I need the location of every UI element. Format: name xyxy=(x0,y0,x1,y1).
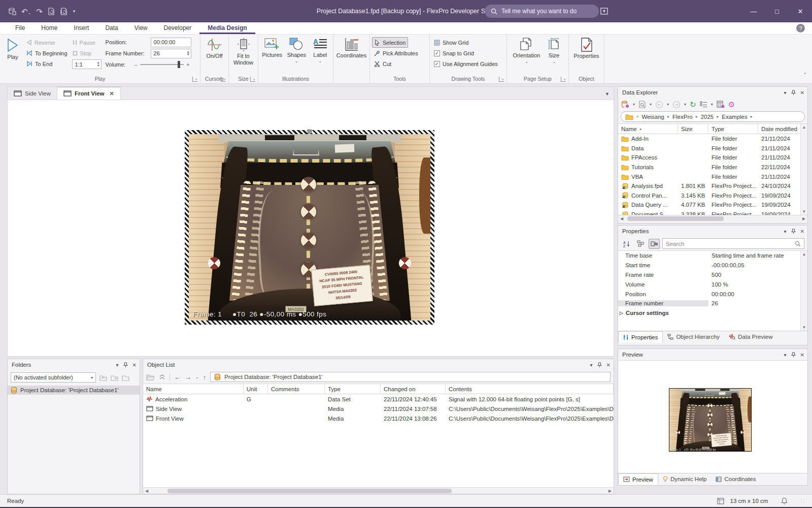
tab-developer[interactable]: Developer xyxy=(156,23,200,34)
pause-button[interactable]: Pause xyxy=(71,37,101,48)
to-end-button[interactable]: To End xyxy=(24,58,70,69)
orientation-dropdown-chevron[interactable]: ⌄ xyxy=(525,60,528,64)
panel-menu-chevron[interactable]: ▾ xyxy=(590,362,593,368)
page-setup-dialog-launcher[interactable]: ↘ xyxy=(561,77,566,82)
page-layout-icon[interactable] xyxy=(717,497,724,504)
breadcrumb-overflow[interactable]: « xyxy=(636,114,638,119)
play-button[interactable]: Play xyxy=(2,36,23,62)
settings-gear-icon[interactable]: ⚙ xyxy=(728,100,735,109)
explorer-row[interactable]: Control Pan...3.145 KBFlexPro Project...… xyxy=(618,191,807,201)
sort-alphabetical-icon[interactable]: AZ xyxy=(621,239,632,249)
tab-file[interactable]: File xyxy=(7,23,33,34)
position-input[interactable]: 00:00:00 xyxy=(151,38,191,47)
redo-icon[interactable]: ↷ xyxy=(36,8,43,15)
selection-tool-button[interactable]: Selection xyxy=(372,37,408,48)
panel-menu-chevron[interactable]: ▾ xyxy=(116,362,119,368)
preview-document-icon[interactable] xyxy=(638,101,646,108)
object-properties-button[interactable]: Properties xyxy=(571,36,602,61)
save-icon[interactable] xyxy=(8,7,16,15)
snap-to-grid-checkbox[interactable]: ✓ Snap to Grid xyxy=(432,48,504,58)
drawing-tools-dialog-launcher[interactable]: ↘ xyxy=(499,77,504,82)
coordinates-button[interactable]: Coordinates xyxy=(335,36,367,60)
panel-menu-chevron[interactable]: ▾ xyxy=(784,229,787,234)
tab-insert[interactable]: Insert xyxy=(65,23,97,34)
column-header-size[interactable]: Size xyxy=(678,124,708,134)
help-icon[interactable]: ? xyxy=(796,24,805,33)
volume-plus[interactable]: + xyxy=(186,61,190,68)
project-database-tree-item[interactable]: Project Database: 'Project Database1' xyxy=(8,386,140,395)
property-row[interactable]: Time baseStarting time and frame rate xyxy=(618,251,807,261)
dropdown-chevron[interactable]: ▾ xyxy=(667,103,669,107)
column-header-name[interactable]: Name xyxy=(143,384,244,394)
object-list-breadcrumb[interactable]: Project Database: 'Project Database1' xyxy=(210,372,611,382)
object-row-front-view[interactable]: Front View Media 22/11/2024 13:08:26 C:\… xyxy=(143,414,614,423)
cursor-settings-group[interactable]: ▷ Cursor settings xyxy=(618,308,807,318)
property-row[interactable]: Start time-00:00:00,05 xyxy=(618,261,807,270)
cut-button[interactable]: Cut xyxy=(372,58,427,69)
dropdown-chevron[interactable]: ▾ xyxy=(684,103,686,107)
explorer-row[interactable]: FPAccessFile folder21/11/2024 xyxy=(618,153,807,163)
close-panel-icon[interactable]: ✕ xyxy=(800,352,804,358)
property-row[interactable]: Position00:00:00 xyxy=(618,289,807,299)
pin-icon[interactable] xyxy=(123,362,128,368)
dropdown-chevron[interactable]: ▾ xyxy=(711,103,713,107)
tab-properties[interactable]: Properties xyxy=(618,331,663,342)
column-header-contents[interactable]: Contents xyxy=(446,384,614,394)
object-row-acceleration[interactable]: Acceleration G Data Set 22/11/2024 12:40… xyxy=(143,394,614,404)
close-panel-icon[interactable]: ✕ xyxy=(132,362,137,368)
database-import-icon[interactable] xyxy=(621,101,629,108)
column-header-type[interactable]: Type xyxy=(325,384,381,394)
back-circle-icon[interactable] xyxy=(655,101,663,109)
dropdown-chevron[interactable]: ▾ xyxy=(633,103,635,107)
fit-to-window-button[interactable]: Fit to Window xyxy=(231,36,256,67)
doc-tab-front-view[interactable]: Front View ✕ xyxy=(57,87,121,100)
tab-view[interactable]: View xyxy=(126,23,156,34)
notifications-bell-icon[interactable] xyxy=(781,497,788,504)
label-button[interactable]: A Label ⌄ xyxy=(310,36,331,65)
selection-handle[interactable] xyxy=(308,130,312,134)
close-button[interactable]: ✕ xyxy=(789,0,812,22)
properties-search-input[interactable]: Search xyxy=(662,238,804,249)
explorer-row[interactable]: Analysis.fpd1.801 KBFlexPro Project...24… xyxy=(618,181,807,191)
collapse-all-icon[interactable] xyxy=(159,374,165,380)
index-table-icon[interactable] xyxy=(717,101,725,108)
close-tab-icon[interactable]: ✕ xyxy=(110,90,114,97)
up-level-icon[interactable]: ↑ xyxy=(203,373,207,381)
properties-vscrollbar[interactable]: ▲▼ xyxy=(800,251,807,331)
orientation-button[interactable]: Orientation ⌄ xyxy=(511,36,543,66)
speed-spinner[interactable]: 1:1 ▲▼ xyxy=(72,59,101,69)
explorer-hscrollbar[interactable]: ◀ ▶ xyxy=(618,215,807,221)
dropdown-chevron[interactable]: ▾ xyxy=(650,103,652,107)
explorer-row[interactable]: VBAFile folder21/11/2024 xyxy=(618,172,807,181)
close-panel-icon[interactable]: ✕ xyxy=(800,229,804,234)
explorer-row[interactable]: Document S...3.338 KBFlexPro Project...1… xyxy=(618,210,807,215)
speed-spin-arrows[interactable]: ▲▼ xyxy=(97,61,100,67)
minimize-button[interactable]: — xyxy=(742,0,765,22)
column-header-comments[interactable]: Comments xyxy=(268,384,325,394)
pin-icon[interactable] xyxy=(791,229,796,234)
refresh-document-icon[interactable] xyxy=(48,8,55,15)
ribbon-display-options-button[interactable] xyxy=(594,0,614,22)
frame-number-spin-arrows[interactable]: ▲▼ xyxy=(187,51,190,56)
label-dropdown-chevron[interactable]: ⌄ xyxy=(318,59,322,64)
to-beginning-button[interactable]: To Beginning xyxy=(24,48,70,58)
crash-test-image[interactable]: CV0065 0008 2400 NCAP 35 MPH FRONTAL 201… xyxy=(185,130,434,325)
size-dialog-launcher[interactable]: ↘ xyxy=(250,77,255,82)
column-header-name[interactable]: Name▲ xyxy=(618,124,678,134)
qat-customize-icon[interactable]: ▾ xyxy=(73,9,76,14)
new-folder-icon[interactable] xyxy=(110,374,118,381)
volume-slider[interactable] xyxy=(140,64,184,65)
panel-menu-chevron[interactable]: ▾ xyxy=(784,352,787,358)
tab-dynamic-help[interactable]: Dynamic Help xyxy=(658,473,712,485)
close-panel-icon[interactable]: ✕ xyxy=(606,362,611,368)
pin-icon[interactable] xyxy=(791,90,796,96)
resize-grip[interactable]: ⸬ xyxy=(801,498,805,504)
explorer-row[interactable]: TutorialsFile folder22/11/2024 xyxy=(618,163,807,172)
media-canvas[interactable]: CV0065 0008 2400 NCAP 35 MPH FRONTAL 201… xyxy=(7,100,614,357)
open-folder-icon[interactable] xyxy=(146,374,155,380)
pictures-button[interactable]: Pictures xyxy=(260,36,284,60)
object-row-side-view[interactable]: Side View Media 22/11/2024 13:07:58 C:\U… xyxy=(143,404,614,414)
volume-minus[interactable]: – xyxy=(134,61,138,68)
activate-folder-icon[interactable] xyxy=(99,374,107,381)
refresh-all-documents-icon[interactable] xyxy=(60,8,68,15)
